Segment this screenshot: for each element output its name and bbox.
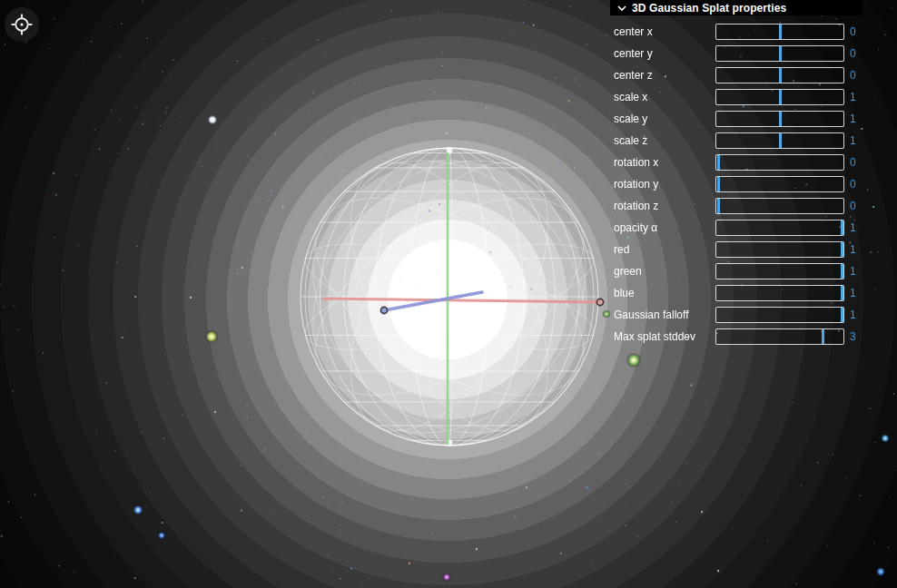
property-value: 1 — [850, 304, 856, 326]
property-row: rotation z 0 — [614, 195, 862, 217]
slider-handle[interactable] — [841, 242, 843, 257]
property-row: rotation y 0 — [614, 173, 862, 195]
property-slider[interactable] — [715, 285, 844, 301]
viewport[interactable]: 3D Gaussian Splat properties center x 0 … — [0, 0, 897, 588]
chevron-down-icon[interactable] — [617, 5, 626, 12]
property-row: red 1 — [614, 239, 862, 260]
axis-gizmo[interactable] — [323, 153, 604, 444]
panel-title: 3D Gaussian Splat properties — [632, 2, 786, 15]
property-label: scale x — [614, 86, 647, 108]
property-slider[interactable] — [715, 132, 844, 149]
property-slider[interactable] — [715, 24, 844, 40]
slider-handle[interactable] — [717, 199, 720, 213]
slider-handle[interactable] — [779, 112, 782, 126]
property-label: blue — [614, 282, 635, 304]
property-value: 1 — [850, 239, 856, 260]
property-value: 1 — [850, 86, 856, 108]
property-value: 0 — [850, 173, 856, 195]
property-row: Gaussian falloff 1 — [614, 304, 862, 326]
property-row: center y 0 — [614, 43, 862, 64]
property-row: center z 0 — [614, 64, 862, 86]
slider-handle[interactable] — [841, 286, 843, 300]
locate-button[interactable] — [5, 7, 39, 42]
property-row: rotation x 0 — [614, 152, 862, 173]
slider-handle[interactable] — [779, 24, 782, 39]
property-value: 0 — [850, 195, 856, 217]
property-label: center x — [614, 21, 653, 43]
slider-handle[interactable] — [779, 90, 782, 104]
property-label: Gaussian falloff — [614, 304, 689, 326]
slider-handle[interactable] — [841, 308, 843, 322]
property-slider[interactable] — [715, 263, 844, 279]
property-value: 1 — [850, 260, 856, 282]
property-label: center y — [614, 43, 653, 64]
axis-endpoint-handle[interactable] — [596, 299, 603, 305]
property-slider[interactable] — [715, 111, 844, 127]
slider-handle[interactable] — [717, 155, 720, 170]
property-slider[interactable] — [715, 220, 844, 236]
property-slider[interactable] — [715, 307, 844, 323]
property-value: 0 — [850, 64, 856, 86]
property-value: 1 — [850, 282, 856, 304]
property-value: 0 — [850, 21, 856, 43]
property-value: 1 — [850, 130, 856, 152]
property-label: green — [614, 260, 642, 282]
property-label: rotation y — [614, 173, 658, 195]
property-slider[interactable] — [715, 154, 844, 171]
property-label: center z — [614, 64, 653, 86]
property-value: 1 — [850, 108, 856, 130]
property-value: 0 — [850, 152, 856, 173]
property-row: opacity α 1 — [614, 217, 862, 239]
property-slider[interactable] — [715, 241, 844, 258]
property-row: scale x 1 — [614, 86, 862, 108]
property-rows: center x 0 center y 0 center z 0 scale x — [614, 21, 862, 348]
panel-header[interactable]: 3D Gaussian Splat properties — [610, 0, 862, 15]
property-row: scale z 1 — [614, 130, 862, 152]
property-row: blue 1 — [614, 282, 862, 304]
property-slider[interactable] — [715, 328, 844, 345]
property-label: opacity α — [614, 217, 657, 239]
property-slider[interactable] — [715, 198, 844, 214]
property-slider[interactable] — [715, 176, 844, 192]
property-row: scale y 1 — [614, 108, 862, 130]
property-row: Max splat stddev 3 — [614, 326, 862, 348]
property-slider[interactable] — [715, 89, 844, 105]
property-slider[interactable] — [715, 67, 844, 83]
crosshair-icon — [10, 13, 34, 36]
slider-handle[interactable] — [841, 264, 843, 279]
slider-handle[interactable] — [779, 68, 782, 83]
property-label: rotation z — [614, 195, 658, 217]
property-label: scale y — [614, 108, 647, 130]
slider-handle[interactable] — [841, 220, 843, 235]
property-label: Max splat stddev — [614, 326, 695, 348]
slider-handle[interactable] — [779, 133, 782, 148]
property-row: green 1 — [614, 260, 862, 282]
slider-handle[interactable] — [717, 177, 720, 191]
property-label: rotation x — [614, 152, 658, 173]
property-slider[interactable] — [715, 45, 844, 62]
slider-handle[interactable] — [779, 46, 782, 61]
property-label: scale z — [614, 130, 647, 152]
property-value: 0 — [850, 43, 856, 64]
property-value: 3 — [850, 326, 856, 348]
slider-handle[interactable] — [822, 329, 824, 344]
axis-endpoint-handle[interactable] — [380, 307, 387, 313]
property-label: red — [614, 239, 629, 260]
property-row: center x 0 — [614, 21, 862, 43]
property-value: 1 — [850, 217, 856, 239]
